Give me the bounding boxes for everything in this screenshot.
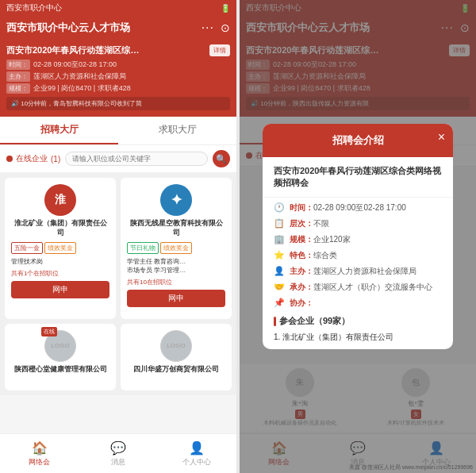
handshake-icon: 🤝 bbox=[274, 282, 285, 292]
profile-icon: 👤 bbox=[189, 440, 205, 456]
apply-button-1[interactable]: 网申 bbox=[127, 290, 225, 307]
time-label: 时间： bbox=[6, 60, 30, 70]
online-bar: 在线企业 (1) 🔍 bbox=[0, 145, 236, 173]
app-header: 西安市职介中心云人才市场 ··· ⊙ bbox=[0, 16, 236, 40]
info-row-host: 🤝 承办：莲湖区人才（职介）交流服务中心 bbox=[274, 282, 442, 293]
level-icon: 📋 bbox=[274, 218, 285, 229]
modal-company-item-0: 1. 淮北矿业（集团）有限责任公司 bbox=[274, 330, 442, 344]
company-logo-1: ✦ bbox=[160, 184, 192, 216]
logo-area-1: ✦ 陕西无线星空教育科技有限公司 bbox=[127, 184, 225, 237]
audio-text: 🔊 10分钟前，青岛智腾科技有限公司收到了简 bbox=[11, 99, 142, 108]
job-count-1: 共有10在招职位 bbox=[127, 278, 225, 286]
detail-button[interactable]: 详情 bbox=[209, 44, 230, 56]
clock-icon: 🕐 bbox=[274, 202, 285, 213]
nav-label-profile: 个人中心 bbox=[182, 457, 211, 467]
company-name-1: 陕西无线星空教育科技有限公司 bbox=[127, 219, 225, 237]
info-row-time: 🕐 时间：02-28 09:00至02-28 17:00 bbox=[274, 202, 442, 213]
company-card-2: LOGO 在线 陕西橙心堂健康管理有限公司 bbox=[5, 324, 116, 390]
more-menu-icon[interactable]: ··· bbox=[202, 21, 214, 35]
position-1-0: 学管主任 教育咨询… bbox=[127, 258, 186, 265]
company-cards-grid: 淮 淮北矿业（集团）有限责任公司 五险一金 绩效奖金 管理技术岗 共有1个在招职… bbox=[0, 173, 236, 395]
search-button[interactable]: 🔍 bbox=[213, 150, 230, 167]
left-phone-panel: 西安市职介中心 🔋 西安市职介中心云人才市场 ··· ⊙ 西安市2020年春风行… bbox=[0, 0, 236, 473]
info-row-cohost: 📌 协办： bbox=[274, 298, 442, 309]
right-phone-panel: 西安市职介中心 🔋 西安市职介中心云人才市场 ··· ⊙ 西安市2020年春风行… bbox=[240, 0, 476, 473]
host-label: 主办： bbox=[6, 71, 30, 82]
search-input[interactable] bbox=[65, 152, 208, 166]
building-icon: 🏢 bbox=[274, 234, 285, 244]
modal-body: 🕐 时间：02-28 09:00至02-28 17:00 📋 层次：不限 🏢 规… bbox=[263, 198, 453, 349]
header-icons: ··· ⊙ bbox=[202, 21, 230, 35]
scale-label: 规模： bbox=[6, 83, 30, 94]
logo-area-0: 淮 淮北矿业（集团）有限责任公司 bbox=[11, 184, 109, 237]
job-count-0: 共有1个在招职位 bbox=[11, 269, 109, 278]
position-1-1: 市场专员 学习管理… bbox=[127, 267, 186, 274]
nav-item-network[interactable]: 🏠 网络会 bbox=[0, 434, 79, 473]
positions-1: 学管主任 教育咨询… 市场专员 学习管理… bbox=[127, 257, 225, 275]
audio-notice: 🔊 10分钟前，青岛智腾科技有限公司收到了简 bbox=[6, 97, 230, 110]
tag-0-1: 绩效奖金 bbox=[44, 242, 76, 254]
nav-label-network: 网络会 bbox=[29, 457, 50, 467]
tags-0: 五险一金 绩效奖金 bbox=[11, 242, 109, 254]
carrier: 西安市职介中心 bbox=[6, 2, 62, 13]
modal-header: 招聘会介绍 bbox=[263, 124, 453, 157]
tag-1-1: 绩效奖金 bbox=[160, 242, 192, 254]
company-name-3: 四川华盛万创商贸有限公司 bbox=[133, 365, 219, 375]
online-dot bbox=[6, 156, 13, 162]
tab-job-seekers[interactable]: 求职大厅 bbox=[118, 117, 236, 144]
event-banner: 西安市2020年春风行动莲湖区综… 详情 时间： 02-28 09:00至02-… bbox=[0, 40, 236, 117]
time-value: 02-28 09:00至02-28 17:00 bbox=[33, 60, 117, 70]
info-row-feature: ⭐ 特色：综合类 bbox=[274, 250, 442, 261]
tag-1-0: 节日礼物 bbox=[127, 242, 159, 254]
nav-item-profile[interactable]: 👤 个人中心 bbox=[158, 434, 236, 473]
star-icon: ⭐ bbox=[274, 250, 285, 260]
tag-0-0: 五险一金 bbox=[11, 242, 43, 254]
company-card-1: ✦ 陕西无线星空教育科技有限公司 节日礼物 绩效奖金 学管主任 教育咨询… 市场… bbox=[121, 178, 232, 319]
banner-time-row: 时间： 02-28 09:00至02-28 17:00 bbox=[6, 60, 230, 70]
modal-box: 招聘会介绍 × 西安市2020年春风行动莲湖区综合类网络视频招聘会 🕐 时间：0… bbox=[263, 124, 453, 349]
online-count: (1) bbox=[51, 155, 60, 163]
person-icon: 👤 bbox=[274, 266, 285, 276]
banner-host-row: 主办： 莲湖区人力资源和社会保障局 bbox=[6, 71, 230, 82]
target-icon[interactable]: ⊙ bbox=[221, 21, 230, 34]
scale-value: 企业99 | 岗位8470 | 求职者428 bbox=[33, 83, 131, 94]
tab-recruitment-hall[interactable]: 招聘大厅 bbox=[0, 117, 118, 144]
banner-title: 西安市2020年春风行动莲湖区综… bbox=[6, 44, 139, 56]
pin-icon: 📌 bbox=[274, 298, 285, 308]
company-name-0: 淮北矿业（集团）有限责任公司 bbox=[11, 219, 109, 237]
tags-1: 节日礼物 绩效奖金 bbox=[127, 242, 225, 254]
info-row-organizer: 👤 主办：莲湖区人力资源和社会保障局 bbox=[274, 266, 442, 277]
company-logo-0: 淮 bbox=[44, 184, 76, 216]
logo-area-2: LOGO 在线 陕西橙心堂健康管理有限公司 bbox=[11, 330, 109, 375]
nav-item-messages[interactable]: 💬 消息 bbox=[79, 434, 157, 473]
bottom-nav: 🏠 网络会 💬 消息 👤 个人中心 bbox=[0, 433, 236, 473]
position-0-0: 管理技术岗 bbox=[11, 258, 43, 265]
company-card-3: LOGO 四川华盛万创商贸有限公司 bbox=[121, 324, 232, 390]
modal-close-button[interactable]: × bbox=[438, 130, 445, 144]
status-icons: 🔋 bbox=[221, 4, 230, 13]
online-tag-2: 在线 bbox=[41, 327, 57, 336]
company-logo-3: LOGO bbox=[160, 330, 192, 362]
status-bar: 西安市职介中心 🔋 bbox=[0, 0, 236, 16]
company-name-2: 陕西橙心堂健康管理有限公司 bbox=[14, 365, 107, 375]
tab-bar: 招聘大厅 求职大厅 bbox=[0, 117, 236, 145]
online-count-badge: 在线企业 (1) bbox=[6, 153, 60, 164]
apply-button-0[interactable]: 网申 bbox=[11, 281, 109, 298]
positions-0: 管理技术岗 bbox=[11, 257, 109, 266]
home-icon: 🏠 bbox=[32, 440, 48, 456]
companies-section-title: 参会企业（99家） bbox=[274, 315, 442, 327]
nav-label-messages: 消息 bbox=[111, 457, 125, 467]
info-row-level: 📋 层次：不限 bbox=[274, 218, 442, 229]
banner-scale-row: 规模： 企业99 | 岗位8470 | 求职者428 bbox=[6, 83, 230, 94]
company-card-0: 淮 淮北矿业（集团）有限责任公司 五险一金 绩效奖金 管理技术岗 共有1个在招职… bbox=[5, 178, 116, 319]
online-label: 在线企业 bbox=[16, 153, 48, 164]
logo-area-3: LOGO 四川华盛万创商贸有限公司 bbox=[127, 330, 225, 375]
info-row-scale: 🏢 规模：企业120家 bbox=[274, 234, 442, 245]
modal-overlay[interactable]: 招聘会介绍 × 西安市2020年春风行动莲湖区综合类网络视频招聘会 🕐 时间：0… bbox=[240, 0, 476, 473]
app-title: 西安市职介中心云人才市场 bbox=[6, 21, 130, 35]
host-value: 莲湖区人力资源和社会保障局 bbox=[33, 71, 126, 82]
modal-title: 西安市2020年春风行动莲湖区综合类网络视频招聘会 bbox=[263, 157, 453, 198]
message-icon: 💬 bbox=[110, 440, 126, 456]
